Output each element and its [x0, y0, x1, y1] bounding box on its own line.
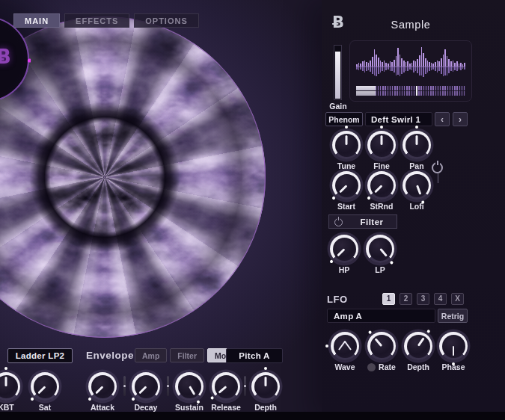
panel-title: Sample [349, 19, 472, 31]
lfo-slot-2[interactable]: 2 [400, 293, 412, 305]
hp-knob[interactable]: HP [330, 235, 358, 263]
waveform-bar [462, 46, 464, 87]
phase-knob[interactable]: Phase [439, 332, 468, 360]
waveform-bar [390, 46, 391, 87]
knob-pointer [5, 377, 7, 386]
power-icon[interactable] [432, 162, 443, 173]
loop-region-bar[interactable] [356, 86, 465, 96]
waveform-bar [441, 46, 442, 87]
env-tab-filter[interactable]: Filter [170, 348, 204, 362]
waveform-bar [453, 46, 454, 87]
waveform-bar [384, 46, 385, 87]
knob-label: LP [355, 265, 405, 274]
waveform-bar [448, 46, 450, 87]
lfo-title: LFO [327, 294, 348, 305]
waveform-bar [419, 46, 420, 87]
waveform-bar [370, 46, 371, 87]
waveform-bar [362, 46, 364, 87]
waveform-bar [364, 46, 366, 87]
filter-power-icon[interactable] [334, 218, 343, 226]
filter-section-header: Filter [328, 214, 397, 229]
start-knob[interactable]: Start [332, 171, 361, 200]
preset-next-button[interactable]: › [453, 112, 468, 126]
waveform-bar [413, 46, 414, 87]
lfo-slot-1[interactable]: 1 [382, 293, 395, 305]
envelope-target-field[interactable]: Pitch A [226, 348, 283, 363]
preset-name-field[interactable]: Deft Swirl 1 [365, 112, 432, 126]
knob-pointer [381, 135, 383, 145]
depth-knob[interactable]: Depth [404, 332, 432, 360]
knob-value-dot [345, 126, 348, 129]
lfo-slot-x[interactable]: X [451, 293, 464, 305]
library-button[interactable]: Phenom [325, 112, 363, 126]
waveform-bars [356, 46, 465, 87]
waveform-bar [388, 46, 389, 87]
gain-slider-fill [335, 52, 340, 99]
tune-knob[interactable]: Tune [332, 131, 361, 159]
waveform-bar [374, 46, 376, 87]
decay-knob[interactable]: Decay [132, 372, 160, 401]
preset-prev-button[interactable]: ‹ [435, 112, 450, 126]
env-tab-amp[interactable]: Amp [135, 348, 167, 362]
lfo-slot-3[interactable]: 3 [417, 293, 429, 305]
waveform-display[interactable] [349, 40, 472, 102]
lfo-target-field[interactable]: Amp A [327, 309, 435, 323]
knob-pointer [346, 135, 348, 145]
fine-knob[interactable]: Fine [367, 131, 396, 159]
filter-type-field[interactable]: Ladder LP2 [7, 348, 73, 363]
waveform-bar [372, 46, 373, 87]
waveform-bar [358, 46, 360, 87]
tab-options[interactable]: OPTIONS [134, 13, 199, 28]
knob-label: Decay [121, 403, 171, 412]
knob-value-dot [331, 196, 336, 200]
lofi-knob[interactable]: Lofi [403, 171, 431, 200]
tab-effects[interactable]: EFFECTS [64, 13, 129, 28]
knob-value-dot [264, 367, 267, 370]
pan-knob[interactable]: Pan [403, 131, 431, 159]
waveform-bar [450, 46, 452, 87]
waveform-bar [432, 46, 434, 87]
gain-slider[interactable] [334, 45, 342, 100]
waveform-bar [454, 46, 456, 87]
waveform-bar [409, 46, 411, 87]
envelope-section-label: Envelope [86, 350, 134, 361]
filter-title: Filter [347, 217, 397, 226]
brand-logo-icon: Ƀ [332, 13, 344, 31]
release-knob[interactable]: Release [212, 372, 240, 401]
knob-value-dot [325, 345, 328, 348]
waveform-bar [385, 46, 387, 87]
wave-knob[interactable]: Wave [331, 332, 359, 360]
waveform-bar [443, 46, 444, 87]
waveform-bar [437, 46, 438, 87]
waveform-bar [407, 46, 408, 87]
knob-value-dot [426, 330, 431, 334]
attack-knob[interactable]: Attack [88, 372, 117, 401]
knob-pointer [453, 346, 455, 356]
waveform-bar [400, 46, 401, 87]
rate-knob[interactable]: Rate [367, 332, 396, 360]
waveform-bar [438, 46, 440, 87]
sustain-knob[interactable]: Sustain [175, 372, 203, 401]
waveform-bar [380, 46, 382, 87]
depth-knob[interactable]: Depth [251, 372, 280, 401]
sat-knob[interactable]: Sat [31, 372, 59, 401]
waveform-bar [394, 46, 395, 87]
lp-knob[interactable]: LP [366, 235, 394, 263]
tab-main[interactable]: MAIN [13, 13, 60, 28]
lfo-slot-4[interactable]: 4 [434, 293, 447, 305]
knob-pointer [416, 135, 418, 145]
knob-value-dot [4, 367, 7, 370]
waveform-bar [435, 46, 436, 87]
waveform-bar [425, 46, 426, 87]
waveform-bar [447, 46, 448, 87]
knob-value-dot [415, 126, 418, 129]
lfo-wave-shape-icon [337, 341, 352, 350]
knob-label: Depth [241, 403, 290, 412]
strnd-knob[interactable]: StRnd [367, 171, 396, 200]
loop-stripe-row [356, 91, 465, 96]
morph-xy-pad[interactable]: A Ƀ [0, 16, 29, 102]
waveform-bar [444, 46, 446, 87]
waveform-bar [356, 46, 358, 87]
lfo-retrig-button[interactable]: Retrig [438, 309, 468, 323]
knob-value-dot [329, 259, 334, 264]
